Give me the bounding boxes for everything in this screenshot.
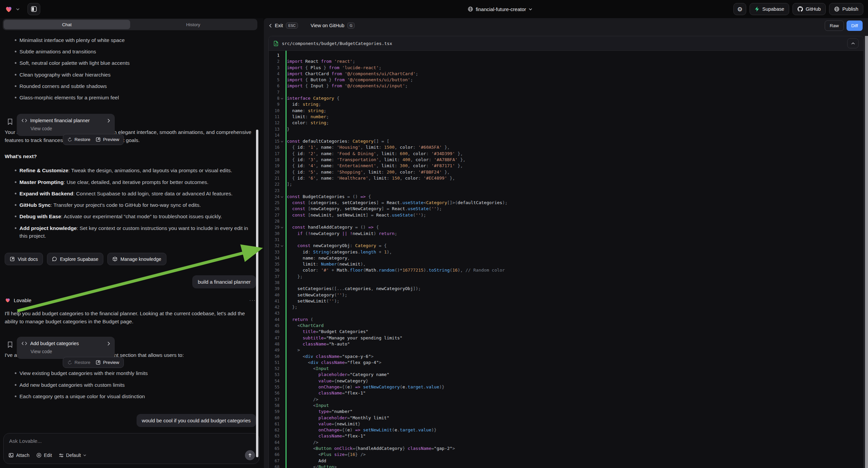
bullet-dot-icon [15,193,17,195]
bookmark-icon[interactable] [7,342,13,348]
code-text: { id: '4', name: 'Entertainment', limit:… [283,163,463,169]
code-line: 31 [269,237,863,243]
code-text: { id: '5', name: 'Shopping', limit: 200,… [283,169,450,175]
supabase-button[interactable]: Supabase [750,3,789,15]
tab-chat[interactable]: Chat [4,20,130,29]
view-on-github-button[interactable]: View on GitHub G [311,23,355,29]
sidebar-toggle-button[interactable] [28,3,40,15]
attach-button[interactable]: Attach [8,452,30,458]
file-path: src/components/budget/BudgetCategories.t… [282,41,392,46]
code-area[interactable]: 1 2import React from 'react';3import { P… [269,51,863,468]
raw-toggle-button[interactable]: Raw [825,21,844,31]
preview-button[interactable]: Preview [96,137,119,142]
line-number: 25 [269,200,283,206]
tab-history[interactable]: History [130,20,257,29]
chip-explore-supabase[interactable]: Explore Supabase [47,253,103,265]
line-number: 2 [269,58,283,64]
code-line: 12 color: string; [269,120,863,126]
chat-scrollbar[interactable] [256,129,258,457]
code-text: { id: '1', name: 'Housing', limit: 1500,… [283,144,450,150]
fold-chevron-icon[interactable] [281,195,283,198]
heart-icon [5,297,11,303]
edit-mode-button[interactable]: Edit [36,452,52,458]
more-menu-button[interactable]: ··· [249,297,256,303]
preview-button[interactable]: Preview [96,360,119,365]
fold-chevron-icon[interactable] [281,244,283,247]
code-text: onChange={(e) => setNewLimit(e.target.va… [283,427,436,433]
code-line: 21 { id: '6', name: 'Healthcare', limit:… [269,175,863,181]
exit-button[interactable]: Exit ESC [269,23,298,29]
code-line: 26 const [newCategory, setNewCategory] =… [269,206,863,212]
line-number: 24 [269,194,283,200]
lovable-logo-heart-icon[interactable] [5,5,13,13]
code-view-panel: Exit ESC View on GitHub G Raw Diff src/c… [264,18,868,468]
line-number: 21 [269,175,283,181]
line-number: 62 [269,427,283,433]
code-line: 5import { Button } from '@/components/ui… [269,77,863,83]
chat-panel: Chat History Clean, intuitive navigation… [0,18,264,468]
line-number: 47 [269,335,283,341]
exit-label: Exit [275,23,283,28]
code-line: 59 type="number" [269,409,863,415]
chip-manage-knowledge[interactable]: Manage knowledge [107,253,166,265]
line-number: 55 [269,384,283,390]
send-button[interactable] [245,450,255,460]
bookmark-icon[interactable] [7,118,13,125]
code-text: </Button> [283,464,337,468]
preview-label: Preview [103,360,119,365]
project-switcher[interactable]: financial-future-creator [267,6,734,12]
view-code-link[interactable]: View code [31,349,110,354]
model-selector[interactable]: Default [59,452,86,458]
view-code-link[interactable]: View code [31,126,110,131]
code-line: 34 name: newCategory, [269,255,863,261]
code-line: 61 value={newLimit} [269,421,863,427]
chip-visit-docs[interactable]: Visit docs [5,253,43,265]
code-line: 53 placeholder="Category name" [269,372,863,378]
code-line: 37 }; [269,273,863,280]
line-number: 39 [269,286,283,292]
chat-bullet-item: Master Prompting: Use clear, detailed, a… [5,178,254,186]
external-link-icon [96,137,101,142]
code-line: 56 className="flex-1" [269,390,863,396]
line-number: 65 [269,445,283,451]
fold-chevron-icon[interactable] [281,97,283,99]
diff-toggle-button[interactable]: Diff [846,21,863,31]
external-link-icon [10,257,15,262]
code-text: className="flex-1" [283,390,366,396]
line-number: 54 [269,378,283,384]
diff-added-bar [285,51,286,468]
target-icon [36,452,41,458]
code-line: 20 { id: '5', name: 'Shopping', limit: 2… [269,169,863,175]
code-scrollbar[interactable] [865,36,868,468]
preview-label: Preview [103,137,119,142]
line-number: 59 [269,409,283,415]
publish-button[interactable]: Publish [829,3,863,15]
chip-label: Visit docs [18,257,38,262]
restore-label: Restore [74,360,90,365]
fold-chevron-icon[interactable] [281,140,283,142]
code-text: { id: '6', name: 'Healthcare', limit: 15… [283,175,455,181]
line-number: 34 [269,255,283,261]
settings-button[interactable]: ⚙ [734,3,746,15]
code-icon [22,342,27,346]
fold-chevron-icon[interactable] [281,226,283,228]
tool-card[interactable]: Add budget categoriesView code [17,337,115,359]
user-message: would be cool if you could add budget ca… [136,414,256,427]
code-line: 43 [269,310,863,316]
code-text: <Input [283,403,329,409]
chat-input[interactable] [9,438,230,444]
chevron-down-icon[interactable] [16,8,20,10]
restore-button[interactable]: Restore [67,360,90,365]
line-number: 40 [269,292,283,298]
tool-card[interactable]: Implement financial plannerView code [17,114,115,136]
line-number: 32 [269,243,283,249]
code-text: import React from 'react'; [283,58,355,64]
code-text: if (!newCategory || !newLimit) return; [283,231,397,237]
code-line: 25 const [categories, setCategories] = R… [269,200,863,206]
line-number: 8 [269,95,283,101]
chat-bubble-icon [52,257,57,262]
github-button[interactable]: GitHub [793,3,826,15]
restore-button[interactable]: Restore [67,137,90,142]
line-number: 51 [269,359,283,365]
collapse-file-button[interactable] [847,38,859,48]
